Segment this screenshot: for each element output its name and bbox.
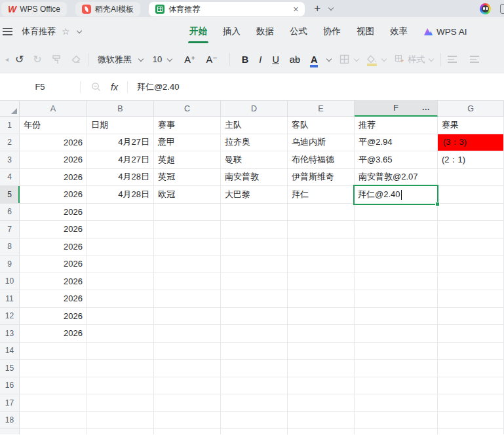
row-header-14[interactable]: 14 (0, 343, 20, 360)
cell-B5[interactable]: 4月28日 (87, 186, 154, 204)
cell-A4[interactable]: 2026 (20, 169, 87, 187)
favorite-star-icon[interactable]: ☆ (62, 26, 70, 37)
cell-F17[interactable] (355, 394, 438, 412)
cell-B10[interactable] (87, 273, 154, 291)
format-painter-icon[interactable] (51, 54, 62, 65)
row-header-11[interactable]: 11 (0, 290, 20, 308)
ribbon-tab-协作[interactable]: 协作 (323, 26, 341, 37)
cell-B16[interactable] (87, 377, 154, 395)
font-color-button[interactable]: A (311, 54, 317, 65)
row-header-16[interactable]: 16 (0, 377, 20, 395)
cell-B17[interactable] (87, 394, 154, 412)
cell-G11[interactable] (438, 290, 504, 308)
cell-E1[interactable]: 客队 (288, 117, 355, 134)
cell-D15[interactable] (221, 360, 288, 377)
borders-icon[interactable] (339, 54, 349, 64)
cell-D18[interactable] (221, 412, 288, 430)
tab-wps-office[interactable]: W WPS Office (1, 2, 67, 16)
cell-F15[interactable] (355, 360, 438, 377)
cell-C5[interactable]: 欧冠 (154, 186, 221, 204)
tab-sports-recommendation[interactable]: 体育推荐 × (149, 2, 305, 16)
cell-F19[interactable] (355, 429, 438, 434)
cell-D13[interactable] (221, 325, 288, 343)
cell-B8[interactable] (87, 238, 154, 256)
cell-F10[interactable] (355, 273, 438, 291)
cell-E7[interactable] (288, 221, 355, 238)
title-dropdown-icon[interactable] (77, 29, 82, 34)
cell-D17[interactable] (221, 394, 288, 412)
cell-A17[interactable] (20, 394, 87, 412)
cell-A5[interactable]: 2026 (20, 186, 87, 204)
borders-chevron-icon[interactable] (354, 57, 359, 62)
cell-A14[interactable] (20, 343, 87, 360)
cell-C2[interactable]: 意甲 (154, 134, 221, 152)
row-header-3[interactable]: 3 (0, 151, 20, 169)
increase-font-button[interactable]: A⁺ (184, 54, 195, 65)
formula-input[interactable]: 拜仁@2.40 (137, 81, 180, 93)
cell-E10[interactable] (288, 273, 355, 291)
cell-D7[interactable] (221, 221, 288, 238)
cell-E19[interactable] (288, 429, 355, 434)
cell-A19[interactable] (20, 429, 87, 434)
cell-F4[interactable]: 南安普敦@2.07 (355, 169, 438, 187)
eraser-icon[interactable] (71, 54, 81, 65)
strikethrough-button[interactable]: ab (290, 54, 300, 65)
cell-C1[interactable]: 赛事 (154, 117, 221, 134)
ribbon-tab-效率[interactable]: 效率 (390, 26, 408, 37)
cell-D12[interactable] (221, 308, 288, 326)
cell-E15[interactable] (288, 360, 355, 377)
row-header-19[interactable] (0, 429, 20, 434)
cell-B15[interactable] (87, 360, 154, 377)
cell-C4[interactable]: 英冠 (154, 169, 221, 187)
cell-A11[interactable]: 2026 (20, 290, 87, 308)
cell-E6[interactable] (288, 204, 355, 221)
cell-E13[interactable] (288, 325, 355, 343)
cell-C9[interactable] (154, 255, 221, 273)
cell-A9[interactable]: 2026 (20, 255, 87, 273)
main-menu-icon[interactable] (3, 28, 12, 35)
ribbon-tab-数据[interactable]: 数据 (256, 26, 274, 37)
fill-color-icon[interactable] (367, 55, 377, 64)
cell-C3[interactable]: 英超 (154, 151, 221, 169)
cell-A15[interactable] (20, 360, 87, 377)
cell-E18[interactable] (288, 412, 355, 430)
cell-C7[interactable] (154, 221, 221, 238)
font-name-select[interactable]: 微软雅黑 (98, 54, 144, 66)
cell-F7[interactable] (355, 221, 438, 238)
row-header-18[interactable]: 18 (0, 412, 20, 430)
cell-D9[interactable] (221, 255, 288, 273)
cell-B13[interactable] (87, 325, 154, 343)
cell-G1[interactable]: 赛果 (438, 117, 504, 134)
ribbon-tab-插入[interactable]: 插入 (223, 26, 241, 37)
row-header-12[interactable]: 12 (0, 308, 20, 326)
cell-E17[interactable] (288, 394, 355, 412)
cell-E12[interactable] (288, 308, 355, 326)
cell-C14[interactable] (154, 343, 221, 360)
cell-C6[interactable] (154, 204, 221, 221)
cell-A2[interactable]: 2026 (20, 134, 87, 152)
cell-B3[interactable]: 4月27日 (87, 151, 154, 169)
cell-G2[interactable]: (3：3) (438, 134, 504, 152)
cell-E2[interactable]: 乌迪内斯 (288, 134, 355, 152)
redo-icon[interactable]: ↻ (33, 53, 41, 66)
tab-list-chevron-icon[interactable] (328, 6, 334, 11)
cell-C17[interactable] (154, 394, 221, 412)
new-tab-button[interactable]: + (314, 2, 320, 15)
cell-D16[interactable] (221, 377, 288, 395)
cell-G8[interactable] (438, 238, 504, 256)
cell-C19[interactable] (154, 429, 221, 434)
column-header-C[interactable]: C (154, 101, 221, 117)
cell-G10[interactable] (438, 273, 504, 291)
cell-C11[interactable] (154, 290, 221, 308)
cell-D2[interactable]: 拉齐奥 (221, 134, 288, 152)
row-header-1[interactable]: 1 (0, 117, 20, 134)
row-header-10[interactable]: 10 (0, 273, 20, 291)
row-header-9[interactable]: 9 (0, 255, 20, 273)
cell-G3[interactable]: (2：1) (438, 151, 504, 169)
decrease-font-button[interactable]: A⁻ (206, 54, 218, 65)
row-header-2[interactable]: 2 (0, 134, 20, 152)
cell-G7[interactable] (438, 221, 504, 238)
cell-E14[interactable] (288, 343, 355, 360)
ribbon-tab-公式[interactable]: 公式 (290, 26, 307, 37)
cell-E4[interactable]: 伊普斯维奇 (288, 169, 355, 187)
